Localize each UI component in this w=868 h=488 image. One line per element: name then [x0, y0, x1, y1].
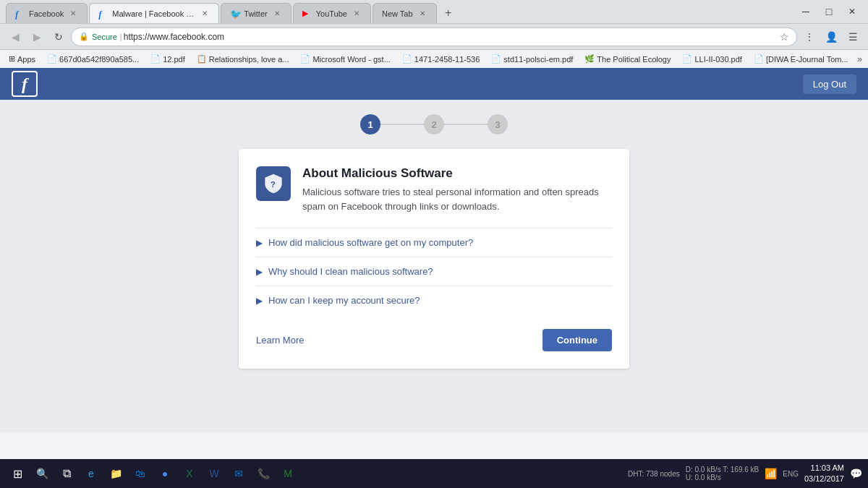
- notification-button[interactable]: 💬: [850, 468, 862, 479]
- tab-twitter[interactable]: 🐦 Twitter ✕: [221, 3, 291, 23]
- tab-label-facebook: Facebook: [29, 9, 64, 18]
- bookmark-6[interactable]: 📄 std11-polsci-em.pdf: [488, 53, 576, 65]
- dht-nodes: DHT: 738 nodes: [628, 470, 680, 478]
- bookmark-star-icon[interactable]: ☆: [780, 31, 789, 43]
- tab-close-newtab[interactable]: ✕: [417, 9, 427, 19]
- tab-favicon-malware: f: [98, 9, 109, 19]
- title-bar: f Facebook ✕ f Malware | Facebook Help ✕…: [0, 0, 868, 23]
- faq-chevron-icon-1: ▶: [256, 238, 263, 248]
- forward-button[interactable]: ▶: [27, 27, 46, 46]
- tab-facebook[interactable]: f Facebook ✕: [6, 3, 88, 23]
- shield-icon-wrap: ?: [256, 166, 291, 201]
- bookmark-2[interactable]: 📄 12.pdf: [148, 53, 188, 65]
- browser-chrome: f Facebook ✕ f Malware | Facebook Help ✕…: [0, 0, 868, 68]
- chrome-icon[interactable]: ●: [153, 462, 176, 485]
- taskview-button[interactable]: ⧉: [55, 462, 78, 485]
- tab-close-youtube[interactable]: ✕: [352, 9, 362, 19]
- svg-text:?: ?: [271, 179, 276, 189]
- tab-close-twitter[interactable]: ✕: [272, 9, 282, 19]
- upload-speed: U: 0.0 kB/s: [686, 474, 760, 481]
- search-button[interactable]: 🔍: [30, 462, 54, 485]
- new-tab-button[interactable]: +: [438, 3, 459, 23]
- user-account-icon[interactable]: 👤: [822, 27, 841, 46]
- bookmarks-bar: ⊞ Apps 📄 667d0a542f890a585... 📄 12.pdf 📋…: [0, 49, 868, 68]
- faq-item-2[interactable]: ▶ Why should I clean malicious software?: [256, 257, 612, 286]
- faq-text-2: Why should I clean malicious software?: [268, 266, 433, 277]
- facebook-f-letter: f: [22, 74, 27, 94]
- tab-label-twitter: Twitter: [244, 9, 267, 18]
- tab-close-facebook[interactable]: ✕: [68, 9, 78, 19]
- bookmarks-more-button[interactable]: »: [857, 54, 862, 64]
- tab-label-malware: Malware | Facebook Help: [112, 9, 195, 18]
- progress-steps: 1 2 3: [360, 114, 508, 134]
- bookmark-doc-icon-4: 📄: [300, 54, 310, 64]
- bookmark-5[interactable]: 📄 1471-2458-11-536: [399, 53, 483, 65]
- tab-youtube[interactable]: ▶ YouTube ✕: [293, 3, 371, 23]
- secure-icon: 🔒: [79, 32, 89, 41]
- maximize-button[interactable]: □: [819, 1, 839, 22]
- start-button[interactable]: ⊞: [6, 462, 29, 485]
- lang-indicator: ENG: [783, 470, 799, 478]
- faq-item-1[interactable]: ▶ How did malicious software get on my c…: [256, 228, 612, 257]
- clock: 11:03 AM 03/12/2017: [804, 463, 844, 485]
- close-button[interactable]: ✕: [842, 1, 862, 22]
- logout-button[interactable]: Log Out: [803, 74, 856, 94]
- transfer-info: D: 0.0 kB/s T: 169.6 kB U: 0.0 kB/s: [686, 466, 760, 481]
- faq-text-3: How can I keep my account secure?: [268, 295, 420, 306]
- address-input[interactable]: 🔒 Secure | https://www.facebook.com ☆: [71, 27, 797, 46]
- shield-icon: ?: [263, 173, 284, 194]
- tab-favicon-youtube: ▶: [302, 9, 312, 19]
- store-icon[interactable]: 🛍: [129, 462, 152, 485]
- bookmark-label-5: 1471-2458-11-536: [414, 55, 480, 64]
- continue-button[interactable]: Continue: [542, 329, 612, 351]
- viber-icon[interactable]: 📞: [252, 462, 275, 485]
- network-icon: 📶: [765, 468, 777, 479]
- address-text: https://www.facebook.com: [124, 32, 224, 42]
- learn-more-link[interactable]: Learn More: [256, 335, 304, 346]
- back-button[interactable]: ◀: [6, 27, 25, 46]
- taskbar: ⊞ 🔍 ⧉ e 📁 🛍 ● X W ✉ 📞 M DHT: 738 nodes D…: [0, 459, 868, 488]
- tab-close-malware[interactable]: ✕: [200, 9, 210, 19]
- extensions-icon[interactable]: ⋮: [800, 27, 819, 46]
- bookmark-doc-icon-6: 📄: [491, 54, 501, 64]
- step-3-circle: 3: [488, 114, 508, 134]
- word-icon[interactable]: W: [203, 462, 226, 485]
- bookmark-doc-icon-1: 📄: [47, 54, 57, 64]
- menu-icon[interactable]: ☰: [843, 27, 862, 46]
- edge-icon[interactable]: e: [80, 462, 103, 485]
- excel-icon[interactable]: X: [178, 462, 201, 485]
- step-2-circle: 2: [424, 114, 444, 134]
- bookmark-leaf-icon: 🌿: [584, 54, 595, 64]
- bookmark-doc-icon-3: 📋: [197, 54, 207, 64]
- mail2-icon[interactable]: M: [276, 462, 299, 485]
- bookmark-doc-icon-9: 📄: [754, 54, 764, 64]
- bookmark-label-6: std11-polsci-em.pdf: [503, 55, 573, 64]
- bookmark-4[interactable]: 📄 Microsoft Word - gst...: [297, 53, 393, 65]
- tab-newtab[interactable]: New Tab ✕: [373, 3, 437, 23]
- bookmark-7[interactable]: 🌿 The Political Ecology: [582, 53, 673, 65]
- step-1-circle: 1: [360, 114, 380, 134]
- bookmark-9[interactable]: 📄 [DIWA E-Journal Tom...: [751, 53, 851, 65]
- bookmarks-apps-label: Apps: [17, 55, 35, 64]
- dht-info: DHT: 738 nodes: [628, 470, 680, 478]
- step-line-1-2: [380, 124, 424, 125]
- explorer-icon[interactable]: 📁: [104, 462, 127, 485]
- bookmark-label-2: 12.pdf: [163, 55, 185, 64]
- faq-item-3[interactable]: ▶ How can I keep my account secure?: [256, 286, 612, 314]
- facebook-logo: f: [12, 71, 38, 97]
- bookmark-1[interactable]: 📄 667d0a542f890a585...: [44, 53, 142, 65]
- taskbar-right: DHT: 738 nodes D: 0.0 kB/s T: 169.6 kB U…: [628, 463, 862, 485]
- bookmark-8[interactable]: 📄 LLI-II-030.pdf: [679, 53, 744, 65]
- minimize-button[interactable]: ─: [796, 1, 816, 22]
- time-display: 11:03 AM: [804, 463, 844, 474]
- bookmark-label-9: [DIWA E-Journal Tom...: [766, 55, 848, 64]
- download-speed: D: 0.0 kB/s T: 169.6 kB: [686, 466, 760, 474]
- main-content: 1 2 3 ? About Malicious Software Malicio…: [0, 100, 868, 432]
- bookmarks-apps[interactable]: ⊞ Apps: [6, 53, 38, 65]
- refresh-button[interactable]: ↻: [49, 27, 68, 46]
- mail-icon[interactable]: ✉: [227, 462, 250, 485]
- card-header: ? About Malicious Software Malicious sof…: [256, 166, 612, 213]
- bookmark-3[interactable]: 📋 Relationships, love a...: [194, 53, 292, 65]
- tab-malware[interactable]: f Malware | Facebook Help ✕: [89, 3, 219, 23]
- faq-chevron-icon-2: ▶: [256, 267, 263, 277]
